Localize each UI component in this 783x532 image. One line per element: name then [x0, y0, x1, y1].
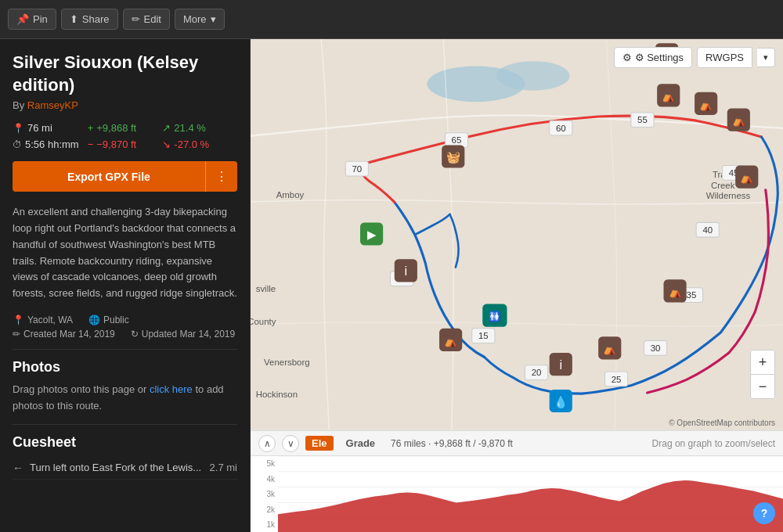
route-title: Silver Siouxon (Kelsey edition) — [13, 52, 237, 96]
cue-distance: 2.7 mi — [210, 462, 237, 473]
elevation-hint: Drag on graph to zoom/select — [652, 438, 775, 449]
elevation-stats: 76 miles · +9,868 ft / -9,870 ft — [391, 438, 513, 449]
click-here-link[interactable]: click here — [150, 383, 193, 395]
elevation-toolbar: ∧ ∨ Ele Grade 76 miles · +9,868 ft / -9,… — [251, 431, 783, 456]
location-icon: 📍 — [13, 315, 24, 325]
more-button[interactable]: More ▾ — [175, 9, 225, 30]
svg-text:20: 20 — [532, 368, 542, 377]
sidebar: Silver Siouxon (Kelsey edition) By Ramse… — [0, 39, 251, 532]
main-content: Silver Siouxon (Kelsey edition) By Ramse… — [0, 39, 783, 532]
map[interactable]: Amboy sville County Venersborg Hockinson… — [251, 39, 783, 430]
photos-description: Drag photos onto this page or click here… — [13, 382, 237, 415]
elevation-panel: ∧ ∨ Ele Grade 76 miles · +9,868 ft / -9,… — [251, 430, 783, 532]
svg-text:⛺: ⛺ — [732, 114, 745, 128]
svg-text:⛺: ⛺ — [699, 99, 713, 112]
rwgps-label: RWGPS — [705, 52, 744, 63]
toolbar: 📌 Pin ⬆ Share ✏ Edit More ▾ — [0, 0, 783, 39]
svg-text:i: i — [404, 264, 407, 279]
chevron-down-icon: ∨ — [287, 438, 294, 449]
edit-label: Edit — [144, 13, 161, 25]
map-container: Amboy sville County Venersborg Hockinson… — [251, 39, 783, 532]
export-options-button[interactable]: ⋮ — [205, 161, 237, 192]
rwgps-dropdown-button[interactable]: ▾ — [757, 48, 775, 67]
share-icon: ⬆ — [70, 13, 78, 25]
distance-marker-25: 25 — [605, 372, 628, 386]
photos-title: Photos — [13, 359, 237, 376]
rwgps-button[interactable]: RWGPS — [697, 47, 752, 68]
svg-text:60: 60 — [556, 124, 566, 133]
svg-text:25: 25 — [612, 375, 622, 384]
descent-arrow-icon: ↘ — [162, 138, 171, 150]
distance-value: 76 mi — [27, 122, 52, 134]
distance-marker-20: 20 — [525, 365, 547, 380]
distance-marker-30: 30 — [644, 340, 667, 355]
share-button[interactable]: ⬆ Share — [61, 9, 118, 30]
elevation-gain-value: +9,868 ft — [96, 122, 136, 134]
edit-icon: ✏ — [132, 13, 140, 25]
elev-prev-button[interactable]: ∧ — [258, 435, 276, 452]
time-stat: ⏱ 5:56 hh:mm — [13, 138, 88, 150]
svg-text:15: 15 — [478, 331, 489, 340]
svg-text:⛺: ⛺ — [603, 343, 616, 356]
zoom-in-button[interactable]: + — [751, 350, 774, 374]
svg-text:55: 55 — [637, 115, 648, 124]
distance-marker-40: 40 — [696, 222, 719, 237]
distance-stat: 📍 76 mi — [13, 122, 88, 134]
created-meta: ✏ Created Mar 14, 2019 — [13, 329, 115, 340]
descent-pct-stat: ↘ -27.0 % — [162, 138, 237, 150]
updated-meta: ↻ Updated Mar 14, 2019 — [131, 329, 235, 340]
down-icon: − — [88, 138, 94, 150]
export-gpx-button[interactable]: Export GPX File — [13, 161, 205, 192]
updated-value: Updated Mar 14, 2019 — [142, 329, 235, 340]
y-label-1k: 1k — [251, 520, 278, 529]
elevation-y-labels: 5k 4k 3k 2k 1k — [251, 456, 278, 532]
share-label: Share — [82, 13, 110, 25]
meta-row-1: 📍 Yacolt, WA 🌐 Public — [13, 315, 237, 325]
cue-text: Turn left onto East Fork of the Lewis... — [30, 462, 201, 473]
distance-marker-70: 70 — [345, 161, 368, 176]
elevation-chart[interactable]: 5k 4k 3k 2k 1k — [251, 456, 783, 532]
pencil-icon: ✏ — [13, 329, 20, 340]
chevron-up-icon: ∧ — [264, 438, 271, 449]
chevron-down-icon: ▾ — [211, 13, 216, 25]
ele-tab[interactable]: Ele — [305, 436, 334, 451]
grade-tab[interactable]: Grade — [340, 436, 382, 451]
author-link[interactable]: RamseyKP — [27, 99, 78, 111]
visibility-value: Public — [103, 315, 129, 325]
pin-button[interactable]: 📌 Pin — [8, 9, 56, 30]
zoom-out-button[interactable]: − — [751, 375, 774, 398]
y-label-5k: 5k — [251, 459, 278, 468]
svg-text:⛺: ⛺ — [662, 90, 675, 103]
distance-marker-15: 15 — [472, 329, 495, 343]
descent-pct-value: -27.0 % — [174, 138, 209, 150]
y-label-2k: 2k — [251, 505, 278, 514]
elevation-loss-stat: − −9,870 ft — [88, 138, 163, 150]
svg-text:Amboy: Amboy — [276, 190, 305, 200]
y-label-4k: 4k — [251, 475, 278, 483]
elevation-loss-value: −9,870 ft — [96, 138, 136, 150]
divider-2 — [13, 424, 237, 425]
gear-icon: ⚙ — [622, 52, 632, 63]
elev-next-button[interactable]: ∨ — [282, 435, 299, 452]
svg-text:Venersborg: Venersborg — [264, 358, 310, 367]
edit-button[interactable]: ✏ Edit — [123, 9, 170, 30]
distance-marker-55: 55 — [631, 113, 654, 128]
svg-text:Hockinson: Hockinson — [256, 390, 298, 399]
help-button[interactable]: ? — [753, 502, 775, 524]
map-svg: Amboy sville County Venersborg Hockinson… — [251, 39, 783, 430]
svg-point-2 — [496, 61, 570, 91]
globe-icon: 🌐 — [88, 315, 100, 325]
map-controls-top: ⚙ ⚙ Settings RWGPS ▾ — [614, 47, 775, 68]
elevation-gain-stat: + +9,868 ft — [88, 122, 163, 134]
location-value: Yacolt, WA — [27, 315, 73, 325]
svg-text:⛺: ⛺ — [669, 286, 682, 299]
chevron-down-icon: ▾ — [763, 52, 768, 62]
svg-text:🚻: 🚻 — [489, 311, 501, 323]
climbing-arrow-icon: ↗ — [162, 122, 171, 134]
svg-text:Creek: Creek — [711, 181, 735, 190]
settings-button[interactable]: ⚙ ⚙ Settings — [614, 47, 693, 68]
pin-icon: 📌 — [16, 13, 29, 25]
cue-direction-icon: ← — [13, 462, 23, 474]
svg-text:🧺: 🧺 — [446, 150, 461, 164]
time-value: 5:56 hh:mm — [25, 138, 79, 150]
